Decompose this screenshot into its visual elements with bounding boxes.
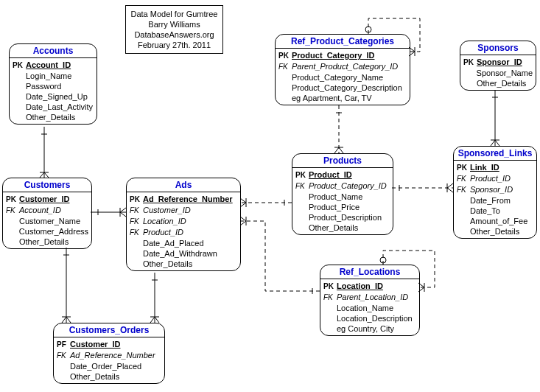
- attribute-name: Sponsor_Name: [477, 68, 533, 78]
- entity-title: Sponsored_Links: [454, 147, 536, 161]
- attribute-row: FKAd_Reference_Number: [57, 350, 161, 361]
- attribute-row: FKAccount_ID: [6, 205, 88, 216]
- attribute-row: Date_From: [457, 195, 533, 206]
- key-col: PK: [6, 195, 19, 205]
- svg-line-32: [334, 147, 339, 153]
- attribute-row: PKProduct_ID: [295, 169, 390, 181]
- attribute-name: Product_Category_ID: [292, 50, 374, 60]
- attribute-name: Product_Category_Description: [292, 83, 402, 93]
- key-col: PK: [278, 51, 292, 61]
- entity-title: Sponsors: [460, 41, 536, 55]
- info-line: Barry Williams: [130, 19, 218, 29]
- attribute-name: Date_From: [470, 195, 511, 206]
- attribute-row: PKLink_ID: [457, 162, 533, 173]
- attribute-name: Other_Details: [19, 237, 69, 247]
- attribute-row: PKLocation_ID: [323, 281, 416, 292]
- entity-ref-locations: Ref_LocationsPKLocation_IDFKParent_Locat…: [320, 265, 420, 336]
- attribute-name: Other_Details: [309, 223, 358, 233]
- attribute-name: Customer_Address: [19, 226, 88, 237]
- attribute-row: Other_Details: [463, 78, 533, 88]
- attribute-row: PFCustomer_ID: [57, 339, 161, 350]
- attribute-name: Parent_Product_Category_ID: [292, 61, 398, 71]
- svg-line-19: [155, 317, 159, 323]
- attribute-row: Other_Details: [6, 237, 88, 247]
- attribute-row: Other_Details: [13, 112, 94, 122]
- attribute-row: Date_Ad_Placed: [130, 238, 237, 248]
- attribute-name: eg Country, City: [337, 323, 394, 334]
- entity-accounts: AccountsPKAccount_IDLogin_NamePasswordDa…: [9, 43, 97, 125]
- key-col: PK: [130, 195, 143, 205]
- attribute-row: Date_Order_Placed: [57, 361, 161, 371]
- svg-point-34: [365, 27, 371, 32]
- entity-body: PFCustomer_IDFKAd_Reference_NumberDate_O…: [54, 337, 164, 383]
- attribute-name: Product_ID: [309, 169, 352, 180]
- key-col: PK: [13, 60, 26, 71]
- attribute-row: PKCustomer_ID: [6, 194, 88, 205]
- attribute-name: Date_To: [470, 206, 500, 216]
- key-col: FK: [130, 217, 143, 227]
- attribute-name: Account_ID: [19, 205, 61, 215]
- entity-body: PKSponsor_IDSponsor_NameOther_Details: [460, 55, 536, 90]
- attribute-name: Product_Description: [309, 212, 382, 223]
- attribute-name: Other_Details: [477, 78, 526, 88]
- attribute-name: Location_Description: [337, 313, 413, 323]
- attribute-name: Date_Last_Activity: [26, 102, 93, 112]
- entity-body: PKLink_IDFKProduct_IDFKSponsor_IDDate_Fr…: [454, 161, 536, 238]
- key-col: PK: [463, 57, 477, 68]
- attribute-row: Product_Description: [295, 212, 390, 223]
- key-col: FK: [57, 351, 70, 361]
- attribute-name: Other_Details: [26, 112, 75, 122]
- attribute-row: Date_To: [457, 206, 533, 216]
- attribute-row: Product_Price: [295, 202, 390, 212]
- entity-sponsored-links: Sponsored_LinksPKLink_IDFKProduct_IDFKSp…: [453, 146, 537, 239]
- attribute-name: Customer_ID: [19, 194, 69, 204]
- entity-title: Ref_Locations: [320, 265, 419, 279]
- attribute-row: Customer_Address: [6, 226, 88, 237]
- entity-title: Ads: [127, 178, 240, 192]
- attribute-row: Login_Name: [13, 71, 94, 81]
- svg-line-14: [66, 317, 71, 323]
- svg-line-18: [150, 317, 155, 323]
- attribute-name: Ad_Reference_Number: [70, 350, 155, 360]
- key-col: PK: [323, 281, 337, 292]
- attribute-row: Product_Name: [295, 192, 390, 202]
- svg-line-9: [120, 212, 126, 217]
- entity-body: PKAccount_IDLogin_NamePasswordDate_Signe…: [10, 58, 97, 124]
- attribute-name: Amount_of_Fee: [470, 216, 527, 226]
- key-col: FK: [295, 181, 309, 192]
- attribute-name: Product_ID: [143, 227, 183, 237]
- entity-title: Accounts: [10, 44, 97, 58]
- entity-body: PKProduct_IDFKProduct_Category_IDProduct…: [292, 168, 393, 234]
- svg-line-3: [40, 172, 44, 178]
- attribute-name: Date_Signed_Up: [26, 91, 88, 102]
- svg-line-13: [62, 317, 66, 323]
- attribute-row: PKAccount_ID: [13, 60, 94, 71]
- attribute-row: Customer_Name: [6, 216, 88, 226]
- key-col: FK: [457, 185, 470, 195]
- entity-customers: CustomersPKCustomer_IDFKAccount_IDCustom…: [2, 178, 92, 249]
- attribute-name: Product_Price: [309, 202, 360, 212]
- attribute-name: Customer_Name: [19, 216, 80, 226]
- attribute-row: PKAd_Reference_Number: [130, 194, 237, 205]
- svg-line-28: [240, 221, 246, 225]
- attribute-name: Sponsor_ID: [477, 57, 522, 67]
- svg-point-38: [380, 257, 386, 263]
- attribute-name: Password: [26, 81, 61, 91]
- info-line: DatabaseAnswers.org: [130, 29, 218, 40]
- attribute-row: Sponsor_Name: [463, 68, 533, 78]
- svg-line-50: [447, 183, 453, 188]
- diagram-info-box: Data Model for Gumtree Barry Williams Da…: [125, 5, 223, 54]
- svg-line-45: [491, 140, 495, 146]
- attribute-row: Amount_of_Fee: [457, 216, 533, 226]
- attribute-row: FKCustomer_ID: [130, 205, 237, 216]
- attribute-row: Product_Category_Description: [278, 83, 407, 93]
- entity-sponsors: SponsorsPKSponsor_IDSponsor_NameOther_De…: [460, 41, 536, 91]
- attribute-name: Other_Details: [143, 259, 192, 269]
- attribute-row: FKParent_Location_ID: [323, 292, 416, 303]
- attribute-row: Date_Signed_Up: [13, 91, 94, 102]
- attribute-row: Date_Last_Activity: [13, 102, 94, 112]
- attribute-name: Product_Category_ID: [309, 181, 387, 191]
- attribute-name: Other_Details: [70, 371, 119, 382]
- svg-line-4: [44, 172, 49, 178]
- svg-line-24: [240, 203, 246, 207]
